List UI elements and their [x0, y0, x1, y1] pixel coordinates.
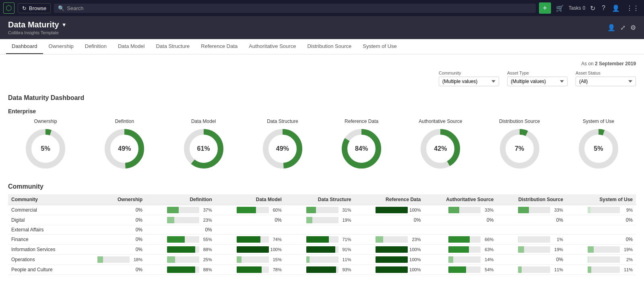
app-logo[interactable]: ⬡ [3, 2, 14, 14]
chart-item-distribution-source: Distribution Source7% [497, 119, 542, 171]
ownership-cell: 0% [76, 215, 146, 225]
ownership-cell: 0% [76, 235, 146, 245]
tab-ownership[interactable]: Ownership [43, 39, 79, 54]
donut-chart: 5% [576, 127, 621, 171]
top-navigation: ⬡ ↻ Browse 🔍 Search + 🛒 Tasks 0 ↻ ? 👤 ⋮⋮ [0, 0, 644, 16]
data_structure-cell [285, 225, 355, 235]
dropdown-icon[interactable]: ▼ [62, 22, 67, 28]
chart-label: Distribution Source [499, 119, 540, 124]
data_structure-cell: 93% [285, 265, 355, 275]
chart-label: Data Model [191, 119, 216, 124]
ownership-cell: 0% [76, 245, 146, 255]
user-avatar[interactable]: 👤 [610, 3, 621, 14]
chart-item-authoritative-source: Authoritative Source42% [418, 119, 462, 171]
table-row[interactable]: External Affairs0%0% [8, 225, 636, 235]
user-icon[interactable]: 👤 [607, 24, 615, 31]
table-row[interactable]: Commercial0%37%60%31%100%33%33%9% [8, 205, 636, 215]
help-button[interactable]: ? [600, 3, 607, 13]
table-row[interactable]: People and Culture0%88%78%93%100%54%11%1… [8, 265, 636, 275]
col-header-authoritative-source: Authoritative Source [424, 194, 497, 205]
asset-type-filter-select[interactable]: (Multiple values) [507, 77, 568, 86]
create-button[interactable]: + [539, 2, 551, 14]
table-row[interactable]: Finance0%55%74%71%23%66%1%0% [8, 235, 636, 245]
tab-definition[interactable]: Definition [79, 39, 112, 54]
community-name-cell: Information Services [8, 245, 76, 255]
system_of_use-cell: 19% [566, 245, 636, 255]
tab-data-structure[interactable]: Data Structure [150, 39, 195, 54]
asset-status-filter-select[interactable]: (All) [576, 77, 636, 86]
community-name-cell: External Affairs [8, 225, 76, 235]
tab-distribution-source[interactable]: Distribution Source [301, 39, 357, 54]
chart-item-system-of-use: System of Use5% [576, 119, 621, 171]
page-title: Data Maturity ▼ [8, 20, 67, 29]
table-row[interactable]: Information Services0%88%100%91%100%63%1… [8, 245, 636, 255]
asset-status-filter-label: Asset Status [576, 71, 636, 75]
tab-data-model[interactable]: Data Model [112, 39, 150, 54]
tab-authoritative-source[interactable]: Authoritative Source [243, 39, 301, 54]
system_of_use-cell: 2% [566, 255, 636, 265]
reference_data-cell: 100% [355, 245, 424, 255]
cart-button[interactable]: 🛒 [554, 3, 566, 14]
chart-label: Authoritative Source [419, 119, 462, 124]
browse-button[interactable]: ↻ Browse [18, 3, 51, 13]
chart-item-data-model: Data Model61% [182, 119, 226, 171]
donut-chart: 7% [497, 127, 542, 171]
chart-label: Data Structure [267, 119, 298, 124]
refresh-button[interactable]: ↻ [588, 3, 597, 14]
table-row[interactable]: Digital0%23%0%19%0%0%0%0% [8, 215, 636, 225]
authoritative_source-cell: 0% [424, 215, 497, 225]
col-header-reference-data: Reference Data [355, 194, 424, 205]
page-header: Data Maturity ▼ Collibra Insights Templa… [0, 16, 644, 39]
authoritative_source-cell: 54% [424, 265, 497, 275]
apps-button[interactable]: ⋮⋮ [625, 3, 641, 14]
search-bar[interactable]: 🔍 Search [54, 4, 535, 13]
asset-type-filter: Asset Type (Multiple values) [507, 71, 568, 86]
tasks-count: 0 [582, 5, 585, 11]
donut-center-text: 42% [434, 145, 447, 152]
system_of_use-cell: 0% [566, 235, 636, 245]
tab-system-of-use[interactable]: System of Use [357, 39, 402, 54]
dashboard-title: Data Maturity Dashboard [8, 94, 636, 102]
table-row[interactable]: Operations18%25%15%11%100%14%0%2% [8, 255, 636, 265]
authoritative_source-cell: 63% [424, 245, 497, 255]
chart-label: Reference Data [345, 119, 378, 124]
search-placeholder: Search [67, 5, 83, 11]
community-filter-label: Community [439, 71, 499, 75]
chart-label: System of Use [583, 119, 614, 124]
data_model-cell: 15% [215, 255, 285, 265]
page-subtitle: Collibra Insights Template [8, 30, 67, 35]
donut-chart: 49% [260, 127, 305, 171]
data_model-cell: 74% [215, 235, 285, 245]
share-icon[interactable]: ⤢ [620, 24, 625, 31]
definition-cell: 88% [146, 245, 215, 255]
chart-item-data-structure: Data Structure49% [260, 119, 305, 171]
system_of_use-cell [566, 225, 636, 235]
tabs-bar: Dashboard Ownership Definition Data Mode… [0, 39, 644, 54]
distribution_source-cell [497, 225, 566, 235]
distribution_source-cell: 0% [497, 215, 566, 225]
distribution_source-cell: 19% [497, 245, 566, 255]
tab-dashboard[interactable]: Dashboard [6, 39, 43, 54]
chart-item-ownership: Ownership5% [23, 119, 68, 171]
authoritative_source-cell: 14% [424, 255, 497, 265]
data_model-cell: 78% [215, 265, 285, 275]
settings-icon[interactable]: ⚙ [630, 24, 636, 31]
chart-label: Defintion [115, 119, 134, 124]
ownership-cell: 0% [76, 225, 146, 235]
community-filter-select[interactable]: (Multiple values) [439, 77, 499, 86]
tab-reference-data[interactable]: Reference Data [195, 39, 243, 54]
distribution_source-cell: 33% [497, 205, 566, 215]
definition-cell: 25% [146, 255, 215, 265]
asset-status-filter: Asset Status (All) [576, 71, 636, 86]
tasks-button[interactable]: Tasks 0 [569, 5, 585, 11]
date-value: 2 September 2019 [595, 61, 636, 67]
community-name-cell: Commercial [8, 205, 76, 215]
reference_data-cell: 100% [355, 255, 424, 265]
page-header-actions: 👤 ⤢ ⚙ [607, 24, 636, 31]
donut-center-text: 5% [594, 145, 603, 152]
donut-chart: 61% [182, 127, 226, 171]
system_of_use-cell: 11% [566, 265, 636, 275]
col-header-system-of-use: System of Use [566, 194, 636, 205]
system_of_use-cell: 9% [566, 205, 636, 215]
reference_data-cell: 23% [355, 235, 424, 245]
